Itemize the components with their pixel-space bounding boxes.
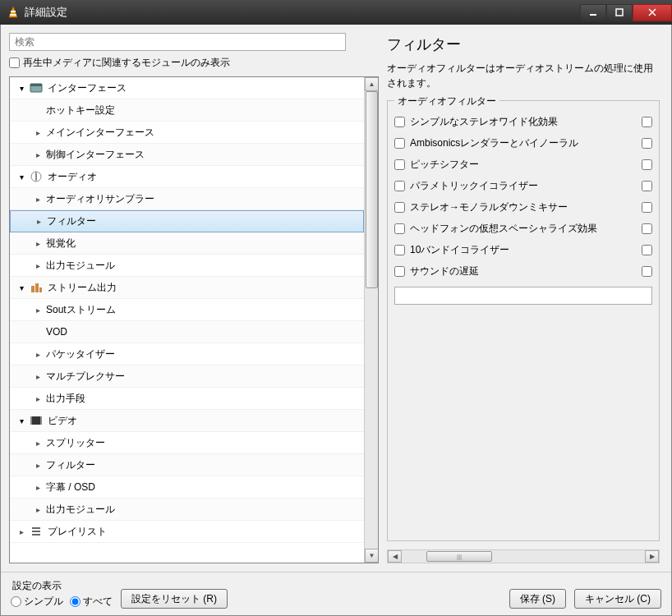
tree-item-label: マルチプレクサー: [46, 370, 125, 384]
expand-icon[interactable]: ▾: [16, 416, 26, 425]
scroll-up-icon[interactable]: ▲: [365, 77, 379, 91]
filter-row: 10バンドイコライザー: [394, 239, 652, 260]
tree-row[interactable]: ▸制御インターフェース: [10, 144, 364, 166]
svg-rect-1: [11, 11, 16, 12]
filter-label: サウンドの遅延: [410, 264, 637, 278]
scroll-down-icon[interactable]: ▼: [365, 549, 379, 563]
tree-row[interactable]: ホットキー設定: [10, 99, 364, 122]
module-only-label: 再生中メディアに関連するモジュールのみ表示: [23, 56, 230, 70]
tree-row[interactable]: ▸オーディオリサンプラー: [10, 188, 364, 210]
close-button[interactable]: [633, 4, 672, 21]
expand-icon[interactable]: ▸: [33, 195, 43, 204]
tree-row[interactable]: ▾ビデオ: [10, 410, 364, 432]
filter-label: ステレオ→モノラルダウンミキサー: [410, 200, 637, 214]
filter-textbox[interactable]: [394, 287, 652, 305]
tree-row[interactable]: ▸出力モジュール: [10, 499, 364, 521]
filter-checkbox[interactable]: [394, 181, 405, 191]
save-button[interactable]: 保存 (S): [509, 589, 566, 609]
tree-row[interactable]: ▸出力モジュール: [10, 255, 364, 277]
minimize-button[interactable]: [580, 4, 606, 21]
radio-simple[interactable]: シンプル: [11, 595, 63, 609]
expand-icon[interactable]: ▸: [16, 527, 26, 536]
filter-checkbox[interactable]: [394, 117, 405, 127]
tree-row[interactable]: ▸字幕 / OSD: [10, 476, 364, 499]
tree-row[interactable]: ▸フィルター: [10, 454, 364, 476]
filter-checkbox[interactable]: [394, 202, 405, 213]
filter-checkbox[interactable]: [394, 138, 405, 149]
expand-icon[interactable]: ▸: [33, 128, 43, 137]
tree-row[interactable]: ▾インターフェース: [10, 77, 364, 99]
tree-row[interactable]: ▸プレイリスト: [10, 521, 364, 543]
cancel-button[interactable]: キャンセル (C): [574, 589, 661, 609]
expand-icon[interactable]: ▾: [16, 172, 26, 182]
tree-row[interactable]: ▸Soutストリーム: [10, 299, 364, 321]
expand-icon[interactable]: ▸: [33, 261, 43, 270]
expand-icon[interactable]: ▸: [33, 350, 43, 359]
filter-checkbox-2[interactable]: [642, 245, 652, 255]
expand-icon[interactable]: ▸: [33, 439, 43, 448]
filter-row: パラメトリックイコライザー: [394, 175, 652, 196]
filter-checkbox[interactable]: [394, 266, 405, 277]
tree-item-label: Soutストリーム: [46, 303, 116, 317]
tree-item-label: プレイリスト: [48, 525, 107, 539]
expand-icon[interactable]: ▸: [33, 150, 43, 159]
group-legend: オーディオフィルター: [394, 94, 499, 108]
interface-icon: [30, 81, 43, 94]
expand-icon[interactable]: ▸: [33, 505, 43, 514]
filter-checkbox-2[interactable]: [642, 181, 652, 191]
tree-row[interactable]: ▸スプリッター: [10, 432, 364, 454]
tree-scrollbar[interactable]: ▲ ▼: [364, 77, 378, 563]
filter-row: ピッチシフター: [394, 154, 652, 175]
vlc-icon: [7, 6, 20, 19]
expand-icon[interactable]: ▸: [33, 483, 43, 492]
settings-tree[interactable]: ▾インターフェースホットキー設定▸メインインターフェース▸制御インターフェース▾…: [10, 77, 364, 563]
filter-checkbox-2[interactable]: [642, 266, 652, 277]
tree-item-label: 制御インターフェース: [46, 148, 145, 162]
module-only-checkbox[interactable]: [9, 57, 20, 68]
svg-rect-2: [10, 14, 16, 16]
expand-icon[interactable]: ▾: [16, 84, 26, 93]
tree-row[interactable]: ▸メインインターフェース: [10, 122, 364, 144]
tree-row[interactable]: ▸パケッタイザー: [10, 343, 364, 365]
scroll-thumb[interactable]: [366, 91, 378, 288]
filter-checkbox-2[interactable]: [642, 202, 652, 213]
filter-checkbox[interactable]: [394, 245, 405, 255]
h-scroll-thumb[interactable]: |||: [426, 551, 492, 562]
filter-checkbox-2[interactable]: [642, 138, 652, 149]
filter-checkbox-2[interactable]: [642, 223, 652, 234]
tree-row[interactable]: ▸マルチプレクサー: [10, 365, 364, 388]
filter-checkbox-2[interactable]: [642, 159, 652, 170]
tree-row[interactable]: ▸視覚化: [10, 232, 364, 255]
scroll-right-icon[interactable]: ▶: [645, 550, 659, 563]
filter-checkbox[interactable]: [394, 159, 405, 170]
filter-checkbox[interactable]: [394, 223, 405, 234]
reset-button[interactable]: 設定をリセット (R): [121, 589, 228, 609]
filter-row: ヘッドフォンの仮想スペーシャライズ効果: [394, 218, 652, 239]
filter-label: パラメトリックイコライザー: [410, 179, 637, 193]
panel-h-scrollbar[interactable]: ◀ ||| ▶: [387, 549, 660, 563]
search-input[interactable]: [9, 33, 346, 51]
radio-all[interactable]: すべて: [70, 595, 113, 609]
tree-row[interactable]: ▾ストリーム出力: [10, 277, 364, 299]
scroll-left-icon[interactable]: ◀: [388, 550, 402, 563]
maximize-button[interactable]: [606, 4, 633, 21]
expand-icon[interactable]: ▸: [33, 461, 43, 470]
expand-icon[interactable]: ▸: [34, 217, 44, 226]
svg-rect-11: [35, 283, 39, 292]
expand-icon[interactable]: ▸: [33, 394, 43, 403]
mode-label: 設定の表示: [12, 579, 113, 593]
tree-item-label: ビデオ: [48, 414, 77, 428]
tree-item-label: スプリッター: [46, 436, 105, 450]
expand-icon[interactable]: ▸: [33, 239, 43, 248]
tree-row[interactable]: VOD: [10, 321, 364, 343]
expand-icon[interactable]: ▸: [33, 372, 43, 381]
tree-item-label: 出力モジュール: [46, 259, 115, 273]
tree-row[interactable]: ▸出力手段: [10, 388, 364, 410]
expand-icon[interactable]: ▸: [33, 306, 43, 315]
video-icon: [30, 414, 43, 427]
expand-icon[interactable]: ▾: [16, 283, 26, 292]
filter-checkbox-2[interactable]: [642, 117, 652, 127]
svg-rect-4: [616, 9, 623, 16]
tree-row[interactable]: ▾オーディオ: [10, 166, 364, 188]
tree-row[interactable]: ▸フィルター: [10, 210, 364, 232]
